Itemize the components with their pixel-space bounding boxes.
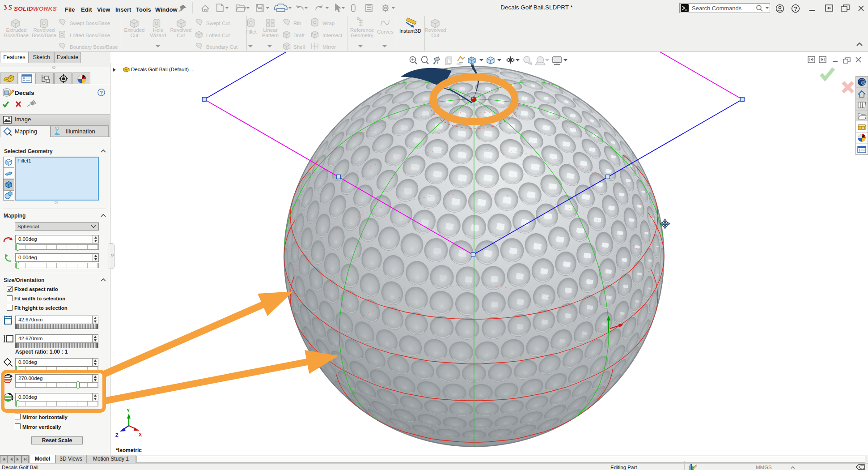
svg-text:?: ? bbox=[100, 90, 103, 95]
svg-text:?: ? bbox=[794, 6, 797, 12]
